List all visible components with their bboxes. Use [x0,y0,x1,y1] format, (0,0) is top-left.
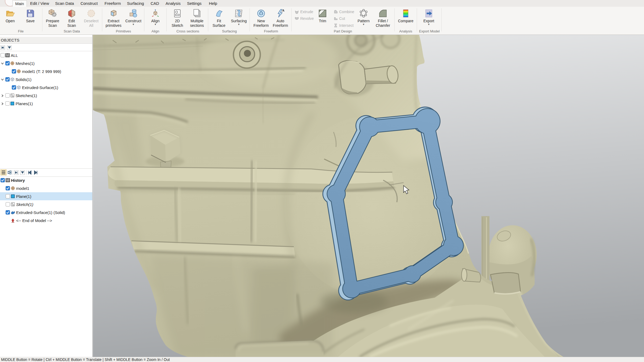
svg-text:A: A [282,9,284,12]
